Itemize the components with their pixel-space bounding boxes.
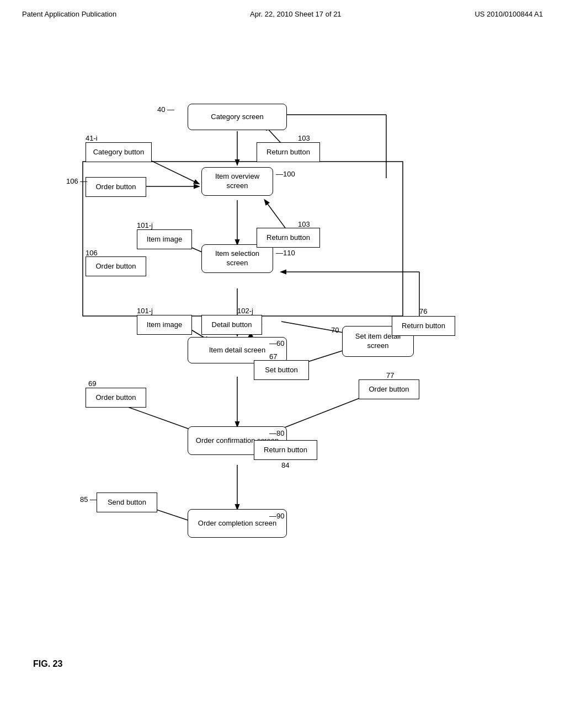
ref-90: —90	[269, 512, 284, 520]
item-selection-screen-box: Item selection screen	[201, 244, 273, 273]
ref-101j-a: 101-j	[137, 221, 153, 229]
category-screen-box: Category screen	[188, 104, 287, 130]
return-button-76-box[interactable]: Return button	[392, 316, 455, 336]
order-button-69-box[interactable]: Order button	[86, 388, 146, 408]
ref-106a: 106 —	[66, 177, 87, 185]
ref-67: 67	[269, 352, 277, 361]
ref-106b: 106	[86, 249, 98, 257]
item-image-101b-box: Item image	[137, 315, 192, 335]
ref-85: 85 —	[80, 495, 97, 504]
detail-button-box[interactable]: Detail button	[201, 315, 262, 335]
diagram: Category screen 40 — Item overview scree…	[0, 24, 565, 686]
return-button-103a-box[interactable]: Return button	[257, 142, 320, 162]
header-right: US 2010/0100844 A1	[475, 10, 543, 18]
page-header: Patent Application Publication Apr. 22, …	[0, 0, 565, 18]
ref-102j: 102-j	[237, 307, 253, 315]
ref-70: 70	[331, 326, 339, 334]
ref-76: 76	[419, 307, 427, 315]
ref-103a: 103	[298, 134, 310, 142]
ref-103b: 103	[298, 220, 310, 228]
ref-69: 69	[88, 379, 96, 388]
ref-60: —60	[269, 339, 284, 347]
ref-101j-b: 101-j	[137, 307, 153, 315]
header-left: Patent Application Publication	[22, 10, 116, 18]
ref-40: 40 —	[157, 105, 174, 114]
ref-100: —100	[276, 170, 295, 178]
order-button-106a-box[interactable]: Order button	[86, 177, 146, 197]
item-overview-screen-box: Item overview screen	[201, 167, 273, 196]
category-button-box[interactable]: Category button	[86, 142, 152, 162]
return-button-84-box[interactable]: Return button	[254, 440, 317, 460]
order-button-106b-box[interactable]: Order button	[86, 256, 146, 276]
set-button-box[interactable]: Set button	[254, 360, 309, 380]
send-button-box[interactable]: Send button	[97, 493, 157, 512]
ref-77: 77	[386, 371, 394, 379]
return-button-103b-box[interactable]: Return button	[257, 228, 320, 248]
ref-84: 84	[281, 461, 289, 469]
header-center: Apr. 22, 2010 Sheet 17 of 21	[250, 10, 342, 18]
order-button-77-box[interactable]: Order button	[359, 379, 419, 399]
item-image-101a-box: Item image	[137, 229, 192, 249]
ref-110: —110	[276, 249, 295, 257]
figure-label: FIG. 23	[33, 659, 62, 669]
ref-80: —80	[269, 429, 284, 437]
ref-41i: 41-i	[86, 134, 98, 142]
